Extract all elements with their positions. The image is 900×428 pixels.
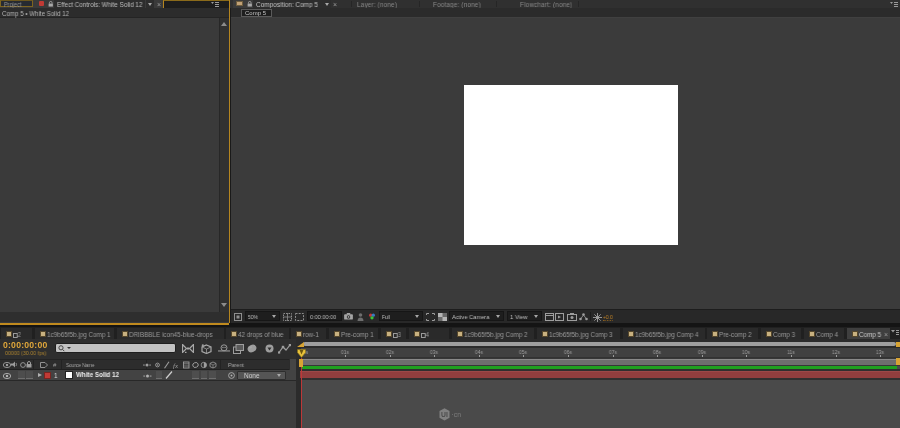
svg-text:UI: UI [441,411,448,418]
svg-text:·cn: ·cn [451,411,461,418]
svg-text:fx: fx [173,361,179,368]
